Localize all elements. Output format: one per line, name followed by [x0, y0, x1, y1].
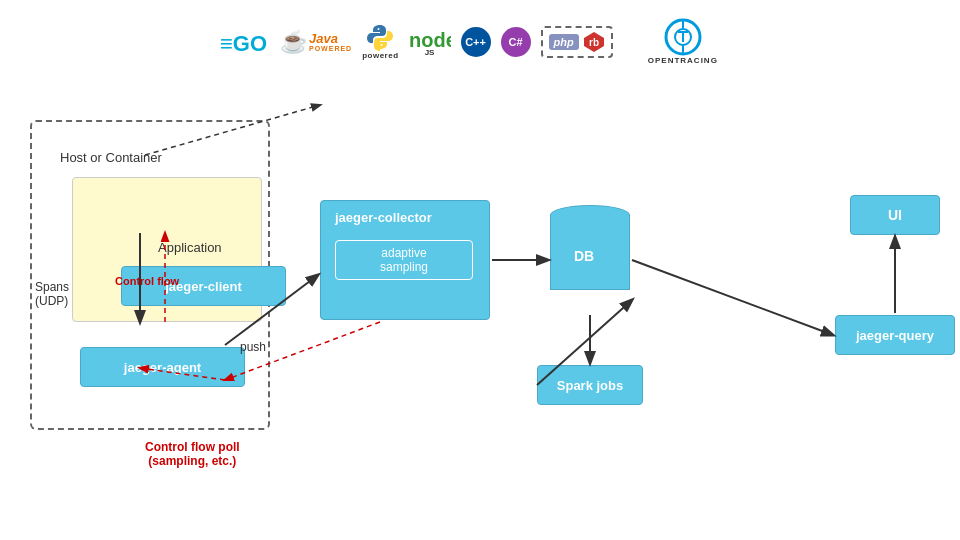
poll-label: Control flow poll (sampling, etc.) [145, 440, 240, 468]
spans-label: Spans (UDP) [35, 280, 69, 308]
db-label: DB [574, 248, 594, 264]
java-logo: ☕ Java POWERED [280, 29, 352, 55]
application-box: Application jaeger-client [72, 177, 262, 322]
adaptive-sampling-box: adaptive sampling [335, 240, 473, 280]
svg-line-15 [632, 260, 833, 335]
go-logo: ≡GO [220, 27, 270, 57]
logo-bar: ≡GO ☕ Java POWERED powered node JS [220, 18, 718, 65]
jaeger-query-box: jaeger-query [835, 315, 955, 355]
push-label: push [240, 340, 266, 354]
control-flow-label: Control flow [115, 275, 179, 287]
php-badge: php [549, 34, 579, 50]
python-logo: powered [362, 23, 398, 60]
ui-box: UI [850, 195, 940, 235]
svg-text:rb: rb [589, 37, 599, 48]
opentracing-logo: OPENTRACING [648, 18, 718, 65]
spark-jobs-box: Spark jobs [537, 365, 643, 405]
collector-label: jaeger-collector [335, 210, 432, 225]
cpp-logo: C++ [461, 27, 491, 57]
host-label: Host or Container [60, 150, 162, 165]
opentracing-label: OPENTRACING [648, 56, 718, 65]
csharp-logo: C# [501, 27, 531, 57]
node-logo: node JS [409, 26, 451, 57]
php-ruby-box: php rb [541, 26, 613, 58]
svg-text:≡GO: ≡GO [220, 31, 267, 56]
jaeger-agent-box: jaeger-agent [80, 347, 245, 387]
app-label: Application [158, 240, 222, 255]
architecture-diagram: Host or Container Application jaeger-cli… [10, 100, 950, 530]
